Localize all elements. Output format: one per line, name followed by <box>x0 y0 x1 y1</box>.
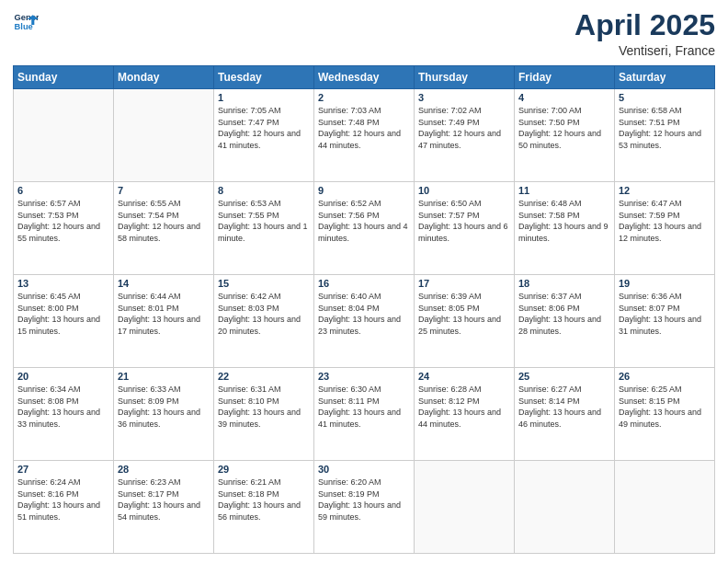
day-info: Sunrise: 6:31 AM Sunset: 8:10 PM Dayligh… <box>218 384 310 430</box>
header: General Blue April 2025 Ventiseri, Franc… <box>13 9 715 58</box>
day-info: Sunrise: 6:40 AM Sunset: 8:04 PM Dayligh… <box>318 291 410 337</box>
day-info: Sunrise: 6:33 AM Sunset: 8:09 PM Dayligh… <box>118 384 210 430</box>
day-info: Sunrise: 6:50 AM Sunset: 7:57 PM Dayligh… <box>418 198 510 244</box>
day-number: 7 <box>118 185 210 196</box>
table-row <box>515 461 615 554</box>
calendar-week-row: 1Sunrise: 7:05 AM Sunset: 7:47 PM Daylig… <box>14 89 715 182</box>
day-info: Sunrise: 6:47 AM Sunset: 7:59 PM Dayligh… <box>619 198 711 244</box>
calendar-week-row: 13Sunrise: 6:45 AM Sunset: 8:00 PM Dayli… <box>14 275 715 368</box>
day-number: 29 <box>218 464 310 475</box>
table-row: 28Sunrise: 6:23 AM Sunset: 8:17 PM Dayli… <box>114 461 214 554</box>
day-number: 12 <box>619 185 711 196</box>
table-row <box>114 89 214 182</box>
day-info: Sunrise: 6:24 AM Sunset: 8:16 PM Dayligh… <box>17 477 109 523</box>
table-row: 16Sunrise: 6:40 AM Sunset: 8:04 PM Dayli… <box>314 275 415 368</box>
day-info: Sunrise: 6:30 AM Sunset: 8:11 PM Dayligh… <box>318 384 410 430</box>
day-info: Sunrise: 6:39 AM Sunset: 8:05 PM Dayligh… <box>418 291 510 337</box>
day-number: 16 <box>318 278 410 289</box>
day-info: Sunrise: 6:25 AM Sunset: 8:15 PM Dayligh… <box>619 384 711 430</box>
day-number: 14 <box>118 278 210 289</box>
table-row: 15Sunrise: 6:42 AM Sunset: 8:03 PM Dayli… <box>214 275 314 368</box>
day-number: 30 <box>318 464 410 475</box>
table-row <box>615 461 715 554</box>
title-block: April 2025 Ventiseri, France <box>574 9 715 58</box>
day-number: 4 <box>518 92 610 103</box>
table-row: 11Sunrise: 6:48 AM Sunset: 7:58 PM Dayli… <box>515 182 615 275</box>
day-number: 17 <box>418 278 510 289</box>
col-monday: Monday <box>114 66 214 89</box>
day-number: 9 <box>318 185 410 196</box>
day-number: 27 <box>17 464 109 475</box>
day-number: 6 <box>17 185 109 196</box>
table-row: 30Sunrise: 6:20 AM Sunset: 8:19 PM Dayli… <box>314 461 415 554</box>
day-number: 13 <box>17 278 109 289</box>
table-row: 9Sunrise: 6:52 AM Sunset: 7:56 PM Daylig… <box>314 182 415 275</box>
col-wednesday: Wednesday <box>314 66 415 89</box>
table-row: 4Sunrise: 7:00 AM Sunset: 7:50 PM Daylig… <box>515 89 615 182</box>
day-info: Sunrise: 6:36 AM Sunset: 8:07 PM Dayligh… <box>619 291 711 337</box>
table-row: 1Sunrise: 7:05 AM Sunset: 7:47 PM Daylig… <box>214 89 314 182</box>
day-info: Sunrise: 6:28 AM Sunset: 8:12 PM Dayligh… <box>418 384 510 430</box>
day-number: 26 <box>619 371 711 382</box>
table-row: 13Sunrise: 6:45 AM Sunset: 8:00 PM Dayli… <box>14 275 114 368</box>
day-info: Sunrise: 7:00 AM Sunset: 7:50 PM Dayligh… <box>518 105 610 151</box>
table-row: 23Sunrise: 6:30 AM Sunset: 8:11 PM Dayli… <box>314 368 415 461</box>
table-row: 7Sunrise: 6:55 AM Sunset: 7:54 PM Daylig… <box>114 182 214 275</box>
calendar: Sunday Monday Tuesday Wednesday Thursday… <box>13 65 715 554</box>
day-number: 15 <box>218 278 310 289</box>
month-title: April 2025 <box>574 9 715 41</box>
day-info: Sunrise: 6:20 AM Sunset: 8:19 PM Dayligh… <box>318 477 410 523</box>
table-row: 29Sunrise: 6:21 AM Sunset: 8:18 PM Dayli… <box>214 461 314 554</box>
day-number: 18 <box>518 278 610 289</box>
day-info: Sunrise: 6:57 AM Sunset: 7:53 PM Dayligh… <box>17 198 109 244</box>
day-number: 5 <box>619 92 711 103</box>
table-row <box>14 89 114 182</box>
day-number: 21 <box>118 371 210 382</box>
calendar-week-row: 20Sunrise: 6:34 AM Sunset: 8:08 PM Dayli… <box>14 368 715 461</box>
table-row: 25Sunrise: 6:27 AM Sunset: 8:14 PM Dayli… <box>515 368 615 461</box>
table-row: 3Sunrise: 7:02 AM Sunset: 7:49 PM Daylig… <box>415 89 515 182</box>
col-thursday: Thursday <box>415 66 515 89</box>
day-info: Sunrise: 6:45 AM Sunset: 8:00 PM Dayligh… <box>17 291 109 337</box>
day-info: Sunrise: 7:02 AM Sunset: 7:49 PM Dayligh… <box>418 105 510 151</box>
logo: General Blue <box>13 9 39 35</box>
table-row: 24Sunrise: 6:28 AM Sunset: 8:12 PM Dayli… <box>415 368 515 461</box>
calendar-week-row: 27Sunrise: 6:24 AM Sunset: 8:16 PM Dayli… <box>14 461 715 554</box>
day-info: Sunrise: 6:53 AM Sunset: 7:55 PM Dayligh… <box>218 198 310 244</box>
table-row: 12Sunrise: 6:47 AM Sunset: 7:59 PM Dayli… <box>615 182 715 275</box>
day-info: Sunrise: 6:23 AM Sunset: 8:17 PM Dayligh… <box>118 477 210 523</box>
day-info: Sunrise: 6:27 AM Sunset: 8:14 PM Dayligh… <box>518 384 610 430</box>
table-row: 22Sunrise: 6:31 AM Sunset: 8:10 PM Dayli… <box>214 368 314 461</box>
table-row: 26Sunrise: 6:25 AM Sunset: 8:15 PM Dayli… <box>615 368 715 461</box>
day-info: Sunrise: 6:37 AM Sunset: 8:06 PM Dayligh… <box>518 291 610 337</box>
table-row: 5Sunrise: 6:58 AM Sunset: 7:51 PM Daylig… <box>615 89 715 182</box>
day-number: 1 <box>218 92 310 103</box>
table-row: 20Sunrise: 6:34 AM Sunset: 8:08 PM Dayli… <box>14 368 114 461</box>
table-row: 19Sunrise: 6:36 AM Sunset: 8:07 PM Dayli… <box>615 275 715 368</box>
day-number: 3 <box>418 92 510 103</box>
day-info: Sunrise: 6:48 AM Sunset: 7:58 PM Dayligh… <box>518 198 610 244</box>
day-number: 2 <box>318 92 410 103</box>
table-row: 18Sunrise: 6:37 AM Sunset: 8:06 PM Dayli… <box>515 275 615 368</box>
day-info: Sunrise: 7:05 AM Sunset: 7:47 PM Dayligh… <box>218 105 310 151</box>
table-row: 8Sunrise: 6:53 AM Sunset: 7:55 PM Daylig… <box>214 182 314 275</box>
day-number: 19 <box>619 278 711 289</box>
col-tuesday: Tuesday <box>214 66 314 89</box>
day-info: Sunrise: 6:34 AM Sunset: 8:08 PM Dayligh… <box>17 384 109 430</box>
day-info: Sunrise: 6:55 AM Sunset: 7:54 PM Dayligh… <box>118 198 210 244</box>
svg-text:Blue: Blue <box>15 22 33 31</box>
table-row: 14Sunrise: 6:44 AM Sunset: 8:01 PM Dayli… <box>114 275 214 368</box>
day-number: 24 <box>418 371 510 382</box>
day-number: 28 <box>118 464 210 475</box>
day-number: 25 <box>518 371 610 382</box>
page: General Blue April 2025 Ventiseri, Franc… <box>0 0 728 563</box>
table-row: 6Sunrise: 6:57 AM Sunset: 7:53 PM Daylig… <box>14 182 114 275</box>
table-row <box>415 461 515 554</box>
calendar-header-row: Sunday Monday Tuesday Wednesday Thursday… <box>14 66 715 89</box>
day-info: Sunrise: 7:03 AM Sunset: 7:48 PM Dayligh… <box>318 105 410 151</box>
table-row: 17Sunrise: 6:39 AM Sunset: 8:05 PM Dayli… <box>415 275 515 368</box>
col-saturday: Saturday <box>615 66 715 89</box>
day-number: 11 <box>518 185 610 196</box>
day-info: Sunrise: 6:42 AM Sunset: 8:03 PM Dayligh… <box>218 291 310 337</box>
day-info: Sunrise: 6:58 AM Sunset: 7:51 PM Dayligh… <box>619 105 711 151</box>
